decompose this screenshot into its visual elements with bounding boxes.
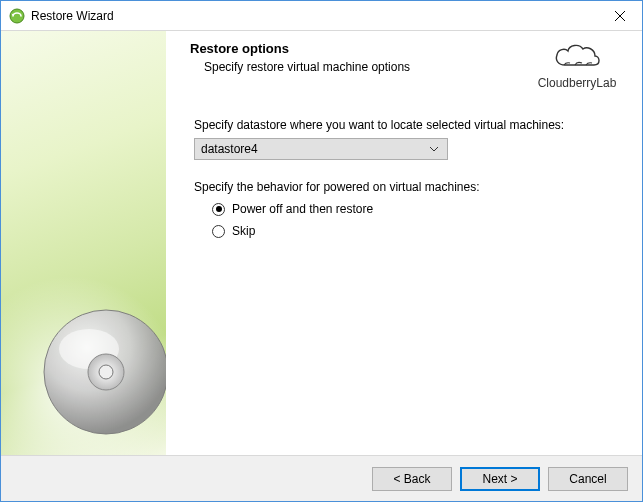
datastore-value: datastore4: [201, 142, 427, 156]
svg-point-5: [59, 329, 119, 369]
back-button[interactable]: < Back: [372, 467, 452, 491]
brand-block: CloudberryLab: [532, 41, 622, 90]
close-button[interactable]: [597, 1, 642, 30]
datastore-select[interactable]: datastore4: [194, 138, 448, 160]
form: Specify datastore where you want to loca…: [190, 118, 622, 246]
radio-dot-icon: [212, 203, 225, 216]
content-panel: Restore options Specify restore virtual …: [166, 31, 642, 455]
page-title: Restore options: [190, 41, 532, 56]
page-subtitle: Specify restore virtual machine options: [204, 60, 532, 74]
radio-poweroff[interactable]: Power off and then restore: [212, 202, 618, 216]
brand-name: CloudberryLab: [532, 76, 622, 90]
window-title: Restore Wizard: [31, 9, 597, 23]
disc-icon: [41, 307, 166, 437]
radio-skip[interactable]: Skip: [212, 224, 618, 238]
cloud-icon: [532, 41, 622, 74]
sidebar-graphic: [1, 31, 166, 455]
svg-point-7: [99, 365, 113, 379]
datastore-label: Specify datastore where you want to loca…: [194, 118, 618, 132]
svg-point-4: [44, 310, 166, 434]
restore-wizard-window: Restore Wizard: [0, 0, 643, 502]
next-button[interactable]: Next >: [460, 467, 540, 491]
svg-point-0: [10, 9, 24, 23]
titlebar: Restore Wizard: [1, 1, 642, 31]
cancel-button[interactable]: Cancel: [548, 467, 628, 491]
radio-skip-label: Skip: [232, 224, 255, 238]
dialog-body: Restore options Specify restore virtual …: [1, 31, 642, 455]
radio-poweroff-label: Power off and then restore: [232, 202, 373, 216]
app-icon: [9, 8, 25, 24]
behavior-label: Specify the behavior for powered on virt…: [194, 180, 618, 194]
radio-dot-icon: [212, 225, 225, 238]
footer: < Back Next > Cancel: [1, 455, 642, 501]
header-row: Restore options Specify restore virtual …: [190, 41, 622, 90]
chevron-down-icon: [427, 147, 441, 152]
behavior-radios: Power off and then restore Skip: [212, 202, 618, 238]
svg-point-6: [88, 354, 124, 390]
